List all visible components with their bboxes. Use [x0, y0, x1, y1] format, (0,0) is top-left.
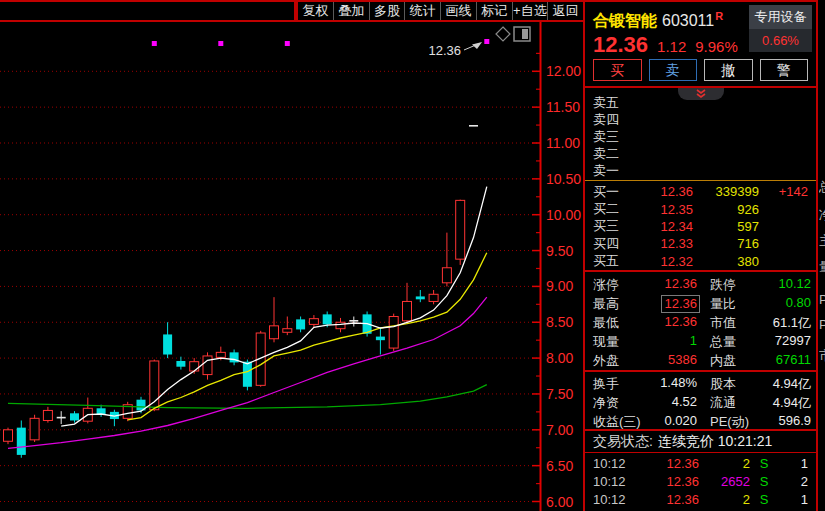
clipped-glyph: P: [819, 317, 825, 332]
y-axis-label: 10.50: [546, 171, 581, 187]
tick-time: 10:12: [593, 492, 639, 507]
stat-label: 净资: [593, 394, 619, 412]
stat-label: 内盘: [710, 352, 736, 370]
tick-time: 10:12: [593, 474, 639, 489]
bid-row-1[interactable]: 买一12.36339399+142: [585, 183, 816, 200]
stat-value-highlighted: 12.36: [661, 295, 700, 313]
tick-volume: 2: [699, 492, 750, 507]
price-annotation: 12.36: [428, 43, 461, 58]
clipped-glyph: P: [819, 292, 825, 307]
tick-side: S: [750, 456, 778, 471]
tick-count: 2: [778, 474, 808, 489]
stat-label: PE(动): [710, 413, 749, 431]
clipped-glyph: 主: [819, 232, 825, 250]
collapse-tab[interactable]: [678, 88, 724, 100]
stock-name: 合锻智能: [593, 12, 657, 29]
stat-value: 10.12: [778, 276, 811, 294]
stat-value: 12.36: [664, 276, 697, 294]
ask-row-1[interactable]: 卖一: [585, 162, 816, 179]
toolbar-button-restore[interactable]: 复权: [298, 2, 333, 20]
tick-row: 10:1212.362S1: [585, 454, 816, 472]
tick-count: 1: [778, 456, 808, 471]
stat-value: 12.36: [664, 314, 697, 332]
diamond-icon[interactable]: [496, 27, 510, 41]
stat-value: 5386: [668, 352, 697, 370]
y-axis-label: 11.50: [546, 99, 580, 115]
alert-button[interactable]: 警: [760, 59, 809, 81]
ma-lines-layer: [8, 187, 487, 449]
stat-label: 最高: [593, 295, 619, 313]
stat-label: 跌停: [710, 276, 736, 294]
stat-label: 现量: [593, 333, 619, 351]
stat-value: 4.94亿: [773, 394, 811, 412]
y-axis-label: 6.00: [546, 494, 573, 510]
stat-label: 最低: [593, 314, 619, 332]
signal-dot: [152, 41, 157, 46]
toolbar-button-statistics[interactable]: 统计: [404, 2, 440, 20]
clipped-glyph: 市: [819, 347, 825, 365]
stock-code: 603011: [662, 12, 714, 29]
sell-button[interactable]: 卖: [649, 59, 698, 81]
price-change-pct: 9.96%: [695, 38, 738, 55]
stat-value: 4.94亿: [773, 375, 811, 393]
kline-chart-svg: 12.0011.5011.0010.5010.009.509.008.508.0…: [0, 22, 583, 511]
ask-label: 卖四: [593, 111, 629, 129]
current-price-dot: [484, 39, 489, 44]
stat-label: 外盘: [593, 352, 619, 370]
bid-volume: 339399: [693, 184, 759, 199]
bid-price: 12.34: [629, 219, 693, 234]
ask-label: 卖二: [593, 145, 629, 163]
toolbar-button-mark[interactable]: 标记: [476, 2, 512, 20]
stat-value: 0.80: [786, 295, 811, 313]
toolbar-button-back[interactable]: 返回: [547, 2, 583, 20]
markers-layer: 12.36: [152, 27, 530, 58]
bid-row-5[interactable]: 买五12.32380: [585, 253, 816, 270]
bid-row-3[interactable]: 买三12.34597: [585, 218, 816, 235]
y-axis-label: 9.00: [546, 278, 573, 294]
trade-button-row: 买 卖 撤 警: [585, 58, 816, 86]
trading-status-bar: 交易状态:连续竞价 10:21:21: [585, 431, 816, 452]
ma-line-MA10: [128, 253, 487, 420]
ask-row-2[interactable]: 卖二: [585, 145, 816, 162]
y-axis-label: 12.00: [546, 63, 581, 79]
signal-dot: [218, 41, 223, 46]
tick-price: 12.36: [639, 492, 699, 507]
tick-list[interactable]: 10:1212.362S1 10:1212.362652S2 10:1212.3…: [585, 453, 816, 511]
gridlines: [0, 71, 540, 501]
stat-value: 67611: [776, 352, 811, 370]
stat-label: 流通: [710, 394, 736, 412]
tick-volume: 2: [699, 456, 750, 471]
kline-chart[interactable]: 12.0011.5011.0010.5010.009.509.008.508.0…: [0, 22, 583, 511]
clipped-right-column: 总 净 主 量 P P 市: [819, 0, 825, 511]
ask-row-4[interactable]: 卖四: [585, 111, 816, 128]
stat-label: 涨停: [593, 276, 619, 294]
toolbar-button-add-watchlist[interactable]: +自选: [512, 2, 548, 20]
bid-volume-change: +142: [759, 184, 808, 199]
stat-label: 总量: [710, 333, 736, 351]
ask-row-3[interactable]: 卖三: [585, 128, 816, 145]
y-axis-label: 9.50: [546, 243, 573, 259]
toolbar-button-overlay[interactable]: 叠加: [333, 2, 369, 20]
buy-button[interactable]: 买: [593, 59, 642, 81]
stats-block-2: 换手1.48% 股本4.94亿 净资4.52 流通4.94亿 收益(三)0.02…: [585, 372, 816, 429]
bid-volume: 380: [693, 254, 759, 269]
cancel-order-button[interactable]: 撤: [704, 59, 753, 81]
ask-label: 卖三: [593, 128, 629, 146]
quote-panel: 合锻智能603011R 12.361.129.96% 专用设备 0.66% 买 …: [583, 0, 818, 511]
ask-label: 卖一: [593, 162, 629, 180]
sector-box[interactable]: 专用设备 0.66%: [749, 5, 812, 52]
tick-side: S: [750, 492, 778, 507]
toolbar-button-multistock[interactable]: 多股: [369, 2, 405, 20]
toolbar-buttons: 复权 叠加 多股 统计 画线 标记 +自选 返回: [298, 2, 583, 22]
tick-price: 12.36: [639, 456, 699, 471]
stat-value: 1: [690, 333, 697, 351]
stat-label: 收益(三): [593, 413, 641, 431]
tick-side: S: [750, 474, 778, 489]
toolbar-button-drawline[interactable]: 画线: [440, 2, 476, 20]
bid-row-4[interactable]: 买四12.33716: [585, 235, 816, 252]
bid-row-2[interactable]: 买二12.35926: [585, 200, 816, 217]
stat-value: 0.020: [664, 413, 697, 431]
clipped-glyph: 净: [819, 206, 825, 224]
bid-volume: 716: [693, 236, 759, 251]
stat-value: 61.1亿: [773, 314, 811, 332]
